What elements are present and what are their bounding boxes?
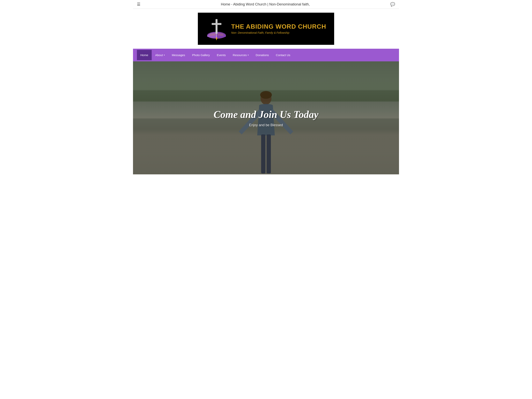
hero-title: Come and Join Us Today [198,109,334,120]
hero-subtitle: Enjoy and be Blessed [198,123,334,127]
hero-section: Come and Join Us Today Enjoy and be Bles… [133,61,399,174]
hero-content: Come and Join Us Today Enjoy and be Bles… [198,109,334,127]
logo-text: THE ABIDING WORD CHURCH Non- Denominatio… [231,23,326,34]
nav-item-resources[interactable]: Resources ▾ [229,50,252,60]
svg-rect-10 [216,19,216,34]
nav-item-messages[interactable]: Messages [168,50,189,60]
logo-section: THE ABIDING WORD CHURCH Non- Denominatio… [133,9,399,49]
nav-item-events[interactable]: Events [213,50,229,60]
top-bar: ☰ Home - Abiding Word Church | Non-Denom… [133,0,399,9]
nav-item-home[interactable]: Home [137,50,152,60]
chat-icon[interactable]: 💬 [390,2,395,7]
svg-rect-14 [266,135,271,174]
logo-icon [206,18,227,39]
svg-point-12 [260,91,272,99]
page-title: Home - Abiding Word Church | Non-Denomin… [140,2,390,6]
nav-item-photo-gallery[interactable]: Photo Gallery [189,50,213,60]
logo-banner: THE ABIDING WORD CHURCH Non- Denominatio… [198,13,334,45]
logo-subtitle: Non- Denominational Faith, Family & Fell… [231,31,326,34]
nav-item-contact-us[interactable]: Contact Us [272,50,294,60]
dropdown-arrow-icon: ▾ [248,54,249,56]
hamburger-icon[interactable]: ☰ [137,2,140,7]
svg-rect-13 [261,135,266,174]
nav-item-about[interactable]: About ▾ [152,50,168,60]
dropdown-arrow-icon: ▾ [164,54,165,56]
navbar: HomeAbout ▾MessagesPhoto GalleryEventsRe… [133,49,399,61]
logo-title: THE ABIDING WORD CHURCH [231,23,326,30]
nav-item-donations[interactable]: Donations [252,50,272,60]
